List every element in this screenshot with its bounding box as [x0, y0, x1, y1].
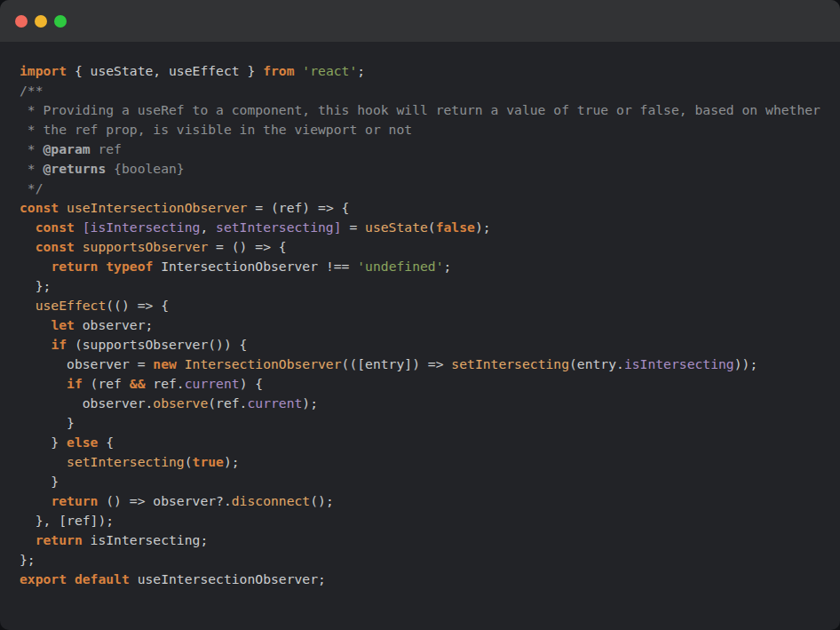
code-line: setIntersecting(true);: [20, 452, 840, 472]
code-line: }, [ref]);: [20, 511, 840, 530]
code-line: useEffect(() => {: [20, 296, 840, 315]
code-line: /**: [20, 81, 840, 100]
code-line: return isIntersecting;: [20, 530, 840, 550]
code-line: if (ref && ref.current) {: [20, 374, 840, 394]
code-line: const [isIntersecting, setIntersecting] …: [20, 218, 840, 237]
code-line: } else {: [20, 433, 840, 452]
code-line: * @param ref: [20, 140, 840, 159]
close-button[interactable]: [15, 15, 28, 28]
code-editor[interactable]: import { useState, useEffect } from 'rea…: [0, 42, 840, 630]
code-line: return typeof IntersectionObserver !== '…: [20, 257, 840, 276]
code-line: }: [20, 472, 840, 491]
code-line: observer.observe(ref.current);: [20, 394, 840, 413]
code-line: let observer;: [20, 315, 840, 335]
code-line: * Providing a useRef to a component, thi…: [20, 100, 840, 120]
code-line: */: [20, 179, 840, 198]
code-lines: import { useState, useEffect } from 'rea…: [20, 61, 840, 589]
code-line: };: [20, 550, 840, 570]
code-line: import { useState, useEffect } from 'rea…: [20, 61, 840, 81]
code-line: observer = new IntersectionObserver(([en…: [20, 355, 840, 374]
code-editor-window: import { useState, useEffect } from 'rea…: [0, 0, 840, 630]
code-line: export default useIntersectionObserver;: [20, 570, 840, 589]
code-line: return () => observer?.disconnect();: [20, 491, 840, 511]
code-line: if (supportsObserver()) {: [20, 335, 840, 355]
window-titlebar: [0, 0, 840, 42]
code-line: }: [20, 413, 840, 433]
zoom-button[interactable]: [54, 15, 67, 28]
code-line: const supportsObserver = () => {: [20, 237, 840, 257]
minimize-button[interactable]: [35, 15, 47, 28]
code-line: const useIntersectionObserver = (ref) =>…: [20, 198, 840, 218]
code-line: * @returns {boolean}: [20, 159, 840, 179]
code-line: };: [20, 276, 840, 296]
code-line: * the ref prop, is visible in the viewpo…: [20, 120, 840, 140]
